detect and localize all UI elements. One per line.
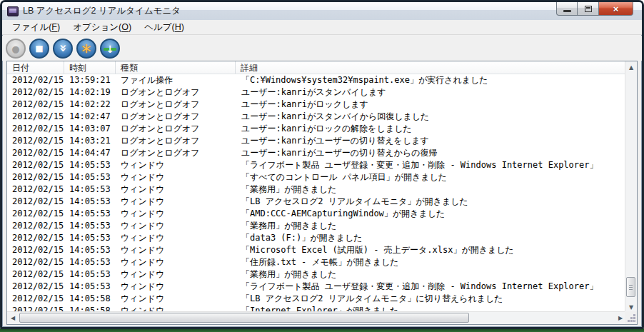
- cell-date: 2012/02/15: [7, 147, 64, 159]
- scroll-left-icon[interactable]: ◀: [7, 312, 19, 324]
- screen: LB アクセスログ2 リアルタイムモニタ × ファイル(F) オプション(O) …: [0, 0, 644, 332]
- cell-time: 14:05:53: [64, 159, 116, 171]
- table-row[interactable]: 2012/02/1514:05:53ウィンドウ「すべてのコントロール パネル項目…: [7, 171, 625, 183]
- table-row[interactable]: 2012/02/1514:05:53ウィンドウ「ライフボート製品 ユーザ登録・変…: [7, 281, 625, 293]
- cell-date: 2012/02/15: [7, 208, 64, 220]
- horizontal-scrollbar[interactable]: ◀ ▶: [7, 311, 626, 324]
- cell-time: 14:03:07: [64, 123, 116, 135]
- cell-detail: ユーザー:kanriがユーザーの切り替えからの復帰: [236, 147, 625, 159]
- cell-type: ログオンとログオフ: [116, 123, 236, 135]
- menu-help-close: ): [181, 22, 184, 32]
- table-row[interactable]: 2012/02/1514:05:53ウィンドウ「住所録.txt - メモ帳」が開…: [7, 256, 625, 268]
- table-row[interactable]: 2012/02/1514:05:53ウィンドウ「AMD:CCC-AEMCaptu…: [7, 208, 625, 220]
- cell-type: ウィンドウ: [116, 256, 236, 268]
- cell-date: 2012/02/15: [7, 123, 64, 135]
- cell-type: ウィンドウ: [116, 208, 236, 220]
- cell-time: 14:05:53: [64, 256, 116, 268]
- table-row[interactable]: 2012/02/1514:05:53ウィンドウ「ライフボート製品 ユーザ登録・変…: [7, 159, 625, 171]
- minimize-button[interactable]: [556, 2, 578, 16]
- menu-file-label: ファイル(: [12, 22, 51, 32]
- star-icon: *: [82, 43, 91, 61]
- close-icon: ×: [613, 4, 619, 14]
- scroll-up-icon[interactable]: ▲: [625, 61, 637, 73]
- cell-type: ログオンとログオフ: [116, 86, 236, 99]
- cell-detail: 「LB アクセスログ2 リアルタイムモニタ」に切り替えられました: [236, 293, 625, 305]
- table-row[interactable]: 2012/02/1514:05:53ウィンドウ「業務用」が開きました: [7, 183, 625, 196]
- table-row[interactable]: 2012/02/1514:05:53ウィンドウ「Microsoft Excel …: [7, 244, 625, 256]
- maximize-icon: [585, 6, 592, 12]
- cell-time: 14:05:53: [64, 220, 116, 232]
- toolbar: ● ■ » * ↓: [2, 36, 642, 61]
- cell-date: 2012/02/15: [7, 232, 64, 244]
- cell-time: 14:02:47: [64, 111, 116, 123]
- highlight-button[interactable]: *: [76, 39, 96, 59]
- cell-time: 14:03:21: [64, 135, 116, 147]
- cell-date: 2012/02/15: [7, 305, 64, 311]
- cell-date: 2012/02/15: [7, 183, 64, 196]
- column-header-time[interactable]: 時刻: [64, 61, 116, 74]
- cell-time: 14:04:47: [64, 147, 116, 159]
- scrollbar-corner: [625, 311, 637, 324]
- table-row[interactable]: 2012/02/1514:05:53ウィンドウ「LB アクセスログ2 リアルタイ…: [7, 196, 625, 208]
- cell-type: ウィンドウ: [116, 281, 236, 293]
- title-bar[interactable]: LB アクセスログ2 リアルタイムモニタ: [2, 2, 642, 20]
- menu-options-accel: O: [121, 22, 129, 32]
- scroll-latest-button[interactable]: »: [53, 39, 73, 59]
- cell-date: 2012/02/15: [7, 293, 64, 305]
- cell-date: 2012/02/15: [7, 99, 64, 111]
- cell-type: ウィンドウ: [116, 244, 236, 256]
- table-row[interactable]: 2012/02/1514:05:58ウィンドウ「LB アクセスログ2 リアルタイ…: [7, 293, 625, 305]
- menu-options-label: オプション(: [73, 22, 121, 32]
- cell-time: 14:05:53: [64, 208, 116, 220]
- menu-help-accel: H: [175, 22, 181, 32]
- log-content: 日付 時刻 種類 詳細 2012/02/1513:59:21ファイル操作「C:¥…: [7, 61, 625, 311]
- cell-detail: 「AMD:CCC-AEMCapturingWindow」が開きました: [236, 208, 625, 220]
- cell-type: ウィンドウ: [116, 171, 236, 183]
- column-header-date[interactable]: 日付: [7, 61, 64, 74]
- auto-marker-button[interactable]: ↓: [100, 39, 120, 59]
- down-arrow-icon: ↓: [106, 44, 114, 54]
- cell-type: ウィンドウ: [116, 268, 236, 281]
- menu-options[interactable]: オプション(O): [66, 20, 138, 35]
- cell-type: ファイル操作: [116, 74, 236, 86]
- table-row[interactable]: 2012/02/1513:59:21ファイル操作「C:¥Windows¥syst…: [7, 74, 625, 86]
- cell-type: ウィンドウ: [116, 305, 236, 311]
- record-button[interactable]: ●: [6, 39, 26, 59]
- vertical-scroll-thumb[interactable]: [626, 277, 635, 297]
- cell-type: ログオンとログオフ: [116, 135, 236, 147]
- stop-button[interactable]: ■: [29, 39, 49, 59]
- cell-time: 14:05:53: [64, 171, 116, 183]
- table-row[interactable]: 2012/02/1514:05:53ウィンドウ「業務用」が開きました: [7, 268, 625, 281]
- cell-date: 2012/02/15: [7, 74, 64, 86]
- window-title: LB アクセスログ2 リアルタイムモニタ: [23, 5, 181, 17]
- table-row[interactable]: 2012/02/1514:02:19ログオンとログオフユーザー:kanriがスタ…: [7, 86, 625, 99]
- table-row-partial[interactable]: 2012/02/1514:05:58ウィンドウ「Internet Explore…: [7, 305, 625, 311]
- cell-time: 14:05:53: [64, 244, 116, 256]
- cell-date: 2012/02/15: [7, 220, 64, 232]
- record-icon: ●: [11, 44, 19, 54]
- menu-file[interactable]: ファイル(F): [6, 20, 66, 35]
- cell-date: 2012/02/15: [7, 268, 64, 281]
- table-row[interactable]: 2012/02/1514:05:53ウィンドウ「data3 (F:)」が開きまし…: [7, 232, 625, 244]
- column-header-type[interactable]: 種類: [116, 61, 236, 74]
- table-row[interactable]: 2012/02/1514:02:47ログオンとログオフユーザー:kanriがスタ…: [7, 111, 625, 123]
- table-row[interactable]: 2012/02/1514:05:53ウィンドウ「業務用」が開きました: [7, 220, 625, 232]
- window-controls: ×: [556, 2, 633, 16]
- stop-icon: ■: [35, 44, 43, 53]
- table-row[interactable]: 2012/02/1514:02:22ログオンとログオフユーザー:kanriがロッ…: [7, 99, 625, 111]
- column-header-detail[interactable]: 詳細: [236, 61, 625, 74]
- cell-type: ウィンドウ: [116, 220, 236, 232]
- table-row[interactable]: 2012/02/1514:04:47ログオンとログオフユーザー:kanriがユー…: [7, 147, 625, 159]
- menu-file-accel: F: [51, 22, 57, 32]
- maximize-button[interactable]: [578, 2, 599, 16]
- table-row[interactable]: 2012/02/1514:03:21ログオンとログオフユーザー:kanriがユー…: [7, 135, 625, 147]
- cell-date: 2012/02/15: [7, 135, 64, 147]
- vertical-scrollbar[interactable]: ▲ ▼: [625, 61, 637, 313]
- cell-date: 2012/02/15: [7, 281, 64, 293]
- resize-grip[interactable]: [634, 321, 635, 321]
- cell-detail: 「住所録.txt - メモ帳」が開きました: [236, 256, 625, 268]
- menu-help[interactable]: ヘルプ(H): [138, 20, 191, 35]
- close-button[interactable]: ×: [599, 2, 633, 16]
- table-row[interactable]: 2012/02/1514:03:07ログオンとログオフユーザー:kanriがロッ…: [7, 123, 625, 135]
- horizontal-scroll-thumb[interactable]: [19, 313, 469, 323]
